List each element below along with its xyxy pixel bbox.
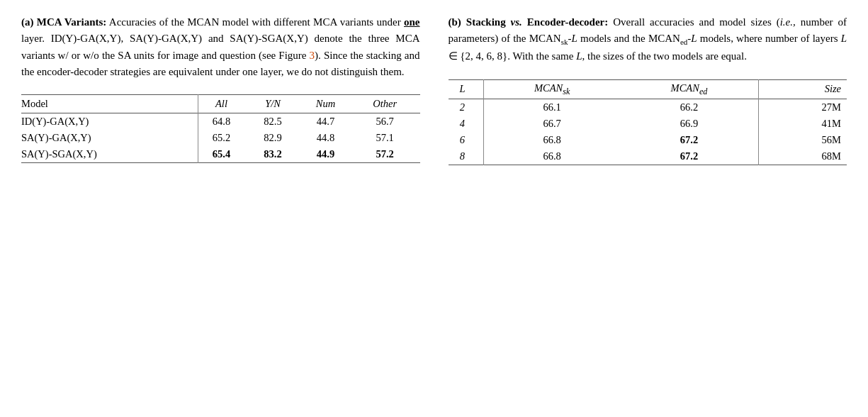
right-row3-sk: 66.8 [484,132,620,148]
left-header-model: Model [21,95,198,113]
left-row3-model: SA(Y)-SGA(X,Y) [21,146,198,163]
left-row3-other: 57.2 [356,146,420,163]
left-row3-yn: 83.2 [250,146,301,163]
right-panel: (b) Stacking vs. Encoder-decoder: Overal… [449,14,847,165]
right-row4-ed: 67.2 [620,148,759,165]
left-row3-all: 65.4 [198,146,250,163]
right-row4-sk: 66.8 [484,148,620,165]
left-table-row: SA(Y)-GA(X,Y) 65.2 82.9 44.8 57.1 [21,130,420,146]
right-table-row: 4 66.7 66.9 41M [449,116,847,132]
right-label-b: (b) [449,16,461,28]
left-caption: (a) MCA Variants: Accuracies of the MCAN… [21,14,420,80]
left-table: Model All Y/N Num Other ID(Y)-GA(X,Y) 64… [21,94,420,163]
right-title-encoder: Encoder-decoder: [527,16,608,28]
left-header-all: All [198,95,250,113]
left-row3-num: 44.9 [301,146,356,163]
right-row4-l: 8 [449,148,484,165]
left-label-a: (a) [21,16,34,28]
left-row1-other: 56.7 [356,113,420,130]
left-row2-all: 65.2 [198,130,250,146]
left-title: MCA Variants: [37,16,107,28]
left-row2-yn: 82.9 [250,130,301,146]
left-text1: Accuracies of the MCAN model with differ… [106,16,404,28]
right-row1-sk: 66.1 [484,99,620,116]
right-header-size: Size [759,79,847,99]
right-table-row: 2 66.1 66.2 27M [449,99,847,116]
right-row2-size: 41M [759,116,847,132]
left-bold-one: one [404,16,420,28]
right-table: L MCANsk MCANed Size 2 66.1 66.2 27M 4 [449,79,847,166]
right-row1-size: 27M [759,99,847,116]
main-container: (a) MCA Variants: Accuracies of the MCAN… [21,14,847,165]
right-header-l: L [449,79,484,99]
right-row3-size: 56M [759,132,847,148]
left-table-row: SA(Y)-SGA(X,Y) 65.4 83.2 44.9 57.2 [21,146,420,163]
right-header-mcan-sk: MCANsk [484,79,620,99]
right-title-stacking: Stacking [466,16,506,28]
left-row2-model: SA(Y)-GA(X,Y) [21,130,198,146]
left-header-num: Num [301,95,356,113]
right-table-row: 8 66.8 67.2 68M [449,148,847,165]
right-row1-l: 2 [449,99,484,116]
right-row3-l: 6 [449,132,484,148]
left-figure-ref: 3 [310,50,315,61]
right-vs: vs. [511,16,522,28]
left-row1-all: 64.8 [198,113,250,130]
right-table-row: 6 66.8 67.2 56M [449,132,847,148]
left-row1-num: 44.7 [301,113,356,130]
left-table-header-row: Model All Y/N Num Other [21,95,420,113]
right-row2-l: 4 [449,116,484,132]
left-panel: (a) MCA Variants: Accuracies of the MCAN… [21,14,420,165]
left-header-other: Other [356,95,420,113]
right-text1: Overall accuracies and model sizes ( [608,16,779,28]
left-row1-model: ID(Y)-GA(X,Y) [21,113,198,130]
right-header-mcan-ed: MCANed [620,79,759,99]
left-row2-num: 44.8 [301,130,356,146]
right-table-header-row: L MCANsk MCANed Size [449,79,847,99]
right-row3-ed: 67.2 [620,132,759,148]
left-header-yn: Y/N [250,95,301,113]
right-caption: (b) Stacking vs. Encoder-decoder: Overal… [449,14,847,65]
left-row1-yn: 82.5 [250,113,301,130]
right-row1-ed: 66.2 [620,99,759,116]
right-ie: i.e., [780,16,796,28]
left-row2-other: 57.1 [356,130,420,146]
right-row2-ed: 66.9 [620,116,759,132]
left-table-row: ID(Y)-GA(X,Y) 64.8 82.5 44.7 56.7 [21,113,420,130]
right-row4-size: 68M [759,148,847,165]
right-row2-sk: 66.7 [484,116,620,132]
